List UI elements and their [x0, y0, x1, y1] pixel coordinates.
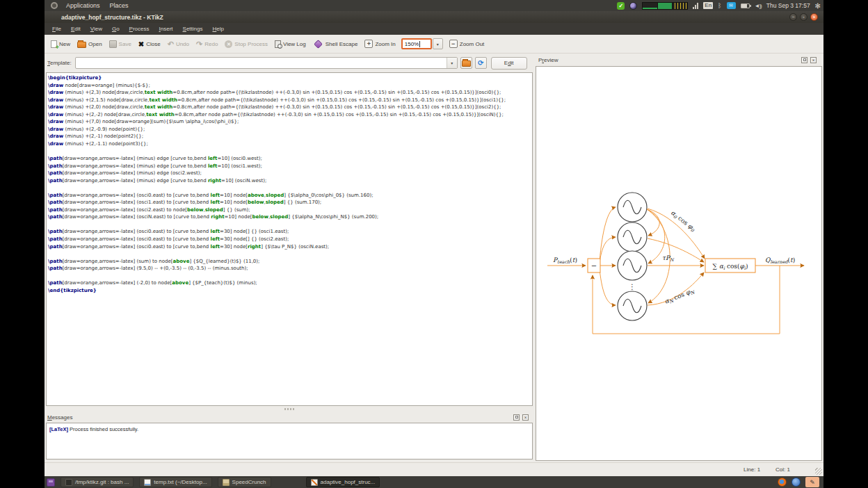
places-menu[interactable]: Places	[105, 1, 134, 10]
toolbar: New Open Save ✖Close ↶Undo ↷Redo ✕Stop P…	[45, 35, 823, 54]
zoom-out-button[interactable]: −Zoom Out	[446, 38, 488, 50]
open-button[interactable]: Open	[74, 38, 106, 50]
view-log-icon	[275, 40, 281, 48]
system-tray: ✓ En ᛒ ✉ ◄)) Thu Sep 3 17:57 ✻	[617, 2, 821, 10]
template-combobox[interactable]: ▾	[75, 57, 458, 69]
shell-escape-button[interactable]: Shell Escape	[310, 39, 362, 49]
undo-button[interactable]: ↶Undo	[164, 38, 193, 50]
close-dock-icon[interactable]: ×	[810, 57, 817, 63]
zoom-in-button[interactable]: +Zoom In	[361, 38, 399, 50]
text-cursor	[419, 41, 420, 47]
statusbar: Line: 1 Col: 1	[45, 462, 823, 476]
messages-dock-header: Messages ×	[45, 412, 534, 423]
save-button[interactable]: Save	[106, 38, 135, 50]
status-col: Col: 1	[775, 466, 790, 473]
save-icon	[109, 40, 117, 48]
update-status-icon[interactable]: ✓	[617, 2, 625, 10]
menu-edit[interactable]: Edit	[66, 24, 86, 33]
system-monitor-applet[interactable]	[642, 2, 688, 10]
template-reload-button[interactable]: ⟳	[475, 57, 487, 69]
stop-icon: ✕	[225, 40, 232, 48]
open-folder-icon	[77, 42, 86, 48]
stop-process-button[interactable]: ✕Stop Process	[221, 38, 271, 50]
code-lines: \begin{tikzpicture}\draw node[draw=orang…	[47, 73, 532, 294]
zoom-level-input[interactable]: 150%	[401, 38, 432, 49]
float-dock-icon[interactable]	[801, 57, 807, 63]
menu-settings[interactable]: Settings	[178, 24, 208, 33]
taskbar: /tmp/ktikz.git : bash ... temp.txt (~/De…	[45, 476, 823, 488]
signal-paths	[547, 207, 804, 334]
indicator-globe-icon[interactable]	[629, 2, 637, 10]
close-dock-icon[interactable]: ×	[522, 414, 529, 421]
close-button[interactable]: ✖Close	[135, 38, 164, 50]
bluetooth-icon[interactable]: ᛒ	[718, 2, 721, 9]
session-menu-icon[interactable]: ✻	[815, 2, 821, 10]
template-dropdown-arrow-icon[interactable]: ▾	[447, 58, 457, 68]
preview-canvas: − ∑ αi cos(φi) ⋮ Pteach(t) Qlearned(t) α…	[536, 66, 822, 461]
new-document-icon	[51, 40, 57, 48]
close-window-button[interactable]: ×	[810, 13, 818, 21]
distro-logo-icon[interactable]	[51, 2, 58, 9]
menubar: File Edit View Go Process Insert Setting…	[45, 23, 823, 35]
undo-icon: ↶	[168, 40, 174, 48]
zoom-in-icon: +	[364, 40, 373, 48]
tikz-preview-svg: − ∑ αi cos(φi) ⋮ Pteach(t) Qlearned(t) α…	[536, 67, 822, 460]
wifi-icon[interactable]	[693, 3, 698, 9]
browser-globe-icon[interactable]	[791, 478, 801, 487]
oscillator-circles	[618, 193, 647, 320]
view-log-button[interactable]: View Log	[271, 38, 310, 50]
menu-help[interactable]: Help	[207, 24, 228, 33]
p-teach-label: Pteach(t)	[553, 257, 577, 265]
messages-text: Process finished successfully.	[68, 426, 138, 432]
template-value[interactable]	[76, 58, 447, 68]
template-label: Template:	[47, 60, 72, 66]
text-editor-icon	[144, 479, 151, 486]
taskbar-item-speedcrunch[interactable]: SpeedCrunch	[218, 477, 271, 487]
code-editor[interactable]: \begin{tikzpicture}\draw node[draw=orang…	[46, 72, 533, 406]
zoom-level-dropdown[interactable]: ▾	[433, 38, 443, 49]
applications-menu[interactable]: Applications	[61, 1, 105, 10]
menu-view[interactable]: View	[86, 24, 107, 33]
template-open-button[interactable]	[460, 57, 472, 69]
desktop: Applications Places ✓ En ᛒ ✉ ◄)) Thu Sep…	[45, 0, 823, 488]
menu-process[interactable]: Process	[124, 24, 154, 33]
clock[interactable]: Thu Sep 3 17:57	[766, 2, 810, 9]
calculator-icon	[223, 479, 230, 486]
taskbar-item-terminal[interactable]: /tmp/ktikz.git : bash ...	[61, 477, 134, 487]
preview-dock-header: Preview ×	[536, 54, 822, 66]
maximize-button[interactable]: ▫	[800, 13, 807, 21]
redo-button[interactable]: ↷Redo	[193, 38, 221, 50]
template-bar: Template: ▾ ⟳ Edit	[45, 54, 534, 72]
vertical-dots: ⋮	[629, 283, 636, 291]
status-line: Line: 1	[744, 466, 760, 473]
window-list-icon[interactable]	[47, 478, 55, 487]
keyboard-layout-indicator[interactable]: En	[703, 2, 713, 9]
menu-go[interactable]: Go	[107, 24, 124, 33]
ktikz-icon	[311, 479, 318, 486]
preview-title: Preview	[538, 57, 558, 63]
messages-title: Messages	[47, 414, 72, 421]
menu-file[interactable]: File	[47, 24, 66, 33]
float-dock-icon[interactable]	[513, 414, 520, 421]
active-tool-button[interactable]: ✎	[805, 477, 819, 487]
splitter-handle[interactable]	[45, 406, 534, 412]
grip-icon	[284, 408, 294, 410]
firefox-icon[interactable]	[778, 478, 787, 487]
terminal-icon	[65, 479, 72, 486]
taskbar-item-texteditor[interactable]: temp.txt (~/Desktop...	[139, 477, 211, 487]
latex-tag: [LaTeX]	[49, 426, 68, 432]
template-edit-button[interactable]: Edit	[491, 57, 527, 70]
menu-insert[interactable]: Insert	[154, 24, 178, 33]
q-learned-label: Qlearned(t)	[765, 257, 795, 265]
titlebar[interactable]: adaptive_hopf_structure.tikz - KTikZ − ▫…	[45, 11, 823, 23]
mail-icon[interactable]: ✉	[727, 2, 736, 9]
new-button[interactable]: New	[47, 38, 74, 50]
refresh-icon: ⟳	[478, 60, 483, 67]
zoom-out-icon: −	[449, 40, 458, 48]
volume-icon[interactable]: ◄))	[755, 3, 762, 9]
taskbar-item-ktikz[interactable]: adaptive_hopf_struc...	[306, 477, 380, 487]
minimize-button[interactable]: −	[789, 13, 797, 21]
battery-icon[interactable]	[741, 3, 750, 8]
tau-pn-label: τPN	[662, 254, 675, 263]
ktikz-window: adaptive_hopf_structure.tikz - KTikZ − ▫…	[45, 11, 823, 476]
